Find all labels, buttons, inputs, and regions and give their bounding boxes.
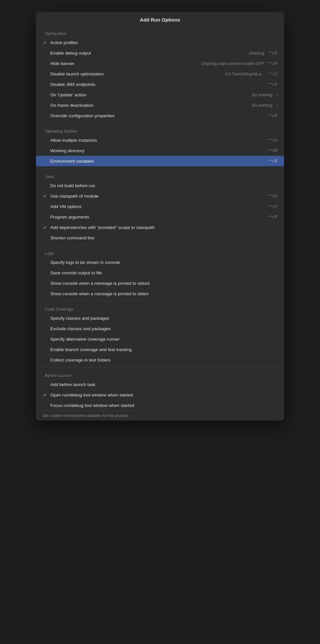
- chevron-right-icon: ›: [272, 103, 278, 107]
- menu-item-collect-coverage-test-folders[interactable]: Collect coverage in test folders: [36, 355, 284, 365]
- section-header-logs: Logs: [36, 247, 284, 257]
- menu-item-label: Do not build before run: [50, 183, 278, 188]
- menu-item-label: Hide banner: [50, 61, 199, 66]
- menu-item-specify-classes-packages[interactable]: Specify classes and packages: [36, 313, 284, 323]
- section-header-spring-boot: Spring Boot: [36, 27, 284, 37]
- section-separator-code-coverage: [36, 301, 284, 301]
- menu-item-label: Specify logs to be shown in console: [50, 260, 278, 265]
- keyboard-shortcut: ^⌥P: [264, 113, 278, 118]
- menu-item-label: Active profiles: [50, 40, 278, 45]
- menu-item-add-dependencies-provided[interactable]: ✓Add dependencies with “provided” scope …: [36, 222, 284, 233]
- section-header-code-coverage: Code Coverage: [36, 303, 284, 313]
- menu-item-label: Collect coverage in test folders: [50, 358, 278, 362]
- menu-item-label: Open run/debug tool window when started: [50, 393, 278, 397]
- menu-item-label: On 'Update' action: [50, 92, 250, 97]
- menu-item-sublabel: Do nothing: [252, 103, 272, 108]
- checkmark-icon: ✓: [43, 393, 47, 397]
- menu-item-focus-run-debug-window[interactable]: Focus run/debug tool window when started: [36, 400, 284, 411]
- menu-item-specify-alt-coverage-runner[interactable]: Specify alternative coverage runner: [36, 334, 284, 344]
- keyboard-shortcut: ^⌥X: [264, 82, 278, 87]
- checkmark-icon: ✓: [43, 194, 47, 199]
- menu-item-sublabel: Do nothing: [252, 92, 272, 97]
- section-header-java: Java: [36, 170, 284, 180]
- menu-item-save-console-output[interactable]: Save console output to file: [36, 267, 284, 278]
- menu-item-show-console-stdout[interactable]: Show console when a message is printed t…: [36, 278, 284, 288]
- section-separator-operating-system: [36, 123, 284, 123]
- keyboard-shortcut: ^⌥O: [264, 194, 278, 198]
- menu-item-sublabel: -Dspring.main.banner-mode=OFF: [200, 61, 264, 66]
- menu-item-disable-jmx-endpoints[interactable]: Disable JMX endpoints^⌥X: [36, 79, 284, 89]
- menu-item-override-configuration-properties[interactable]: Override configuration properties^⌥P: [36, 110, 284, 121]
- menu-item-label: Exclude classes and packages: [50, 326, 278, 331]
- menu-item-hide-banner[interactable]: Hide banner-Dspring.main.banner-mode=OFF…: [36, 58, 284, 69]
- menu-item-label: Allow multiple instances: [50, 138, 264, 143]
- section-separator-java: [36, 168, 284, 169]
- add-run-options-dialog: Add Run Options Spring Boot✓Active profi…: [36, 12, 284, 421]
- section-header-operating-system: Operating System: [36, 125, 284, 135]
- menu-item-label: Disable JMX endpoints: [50, 82, 264, 87]
- menu-item-add-before-launch-task[interactable]: Add before launch task: [36, 379, 284, 390]
- keyboard-shortcut: ^⌥E: [264, 159, 278, 163]
- keyboard-shortcut: ^⌥W: [264, 148, 278, 153]
- menu-item-enable-debug-output[interactable]: Enable debug output-Ddebug^⌥D: [36, 48, 284, 58]
- section-header-before-launch: Before Launch: [36, 369, 284, 379]
- menu-item-on-frame-deactivation[interactable]: On frame deactivationDo nothing›: [36, 100, 284, 110]
- menu-item-label: Specify alternative coverage runner: [50, 337, 278, 342]
- menu-item-sublabel: -Ddebug: [248, 51, 264, 56]
- keyboard-shortcut: ^⌥H: [264, 61, 278, 66]
- menu-item-label: Add VM options: [50, 204, 264, 209]
- keyboard-shortcut: ^⌥D: [264, 51, 278, 55]
- keyboard-shortcut: ^⌥R: [264, 215, 278, 219]
- keyboard-shortcut: ^⌥Z: [265, 72, 278, 76]
- menu-item-do-not-build-before-run[interactable]: Do not build before run: [36, 180, 284, 191]
- menu-item-sublabel: -XX:TieredStopAtLe...: [224, 72, 265, 76]
- checkmark-icon: ✓: [43, 40, 47, 45]
- menu-item-label: Use classpath of module: [50, 194, 264, 199]
- menu-item-allow-multiple-instances[interactable]: Allow multiple instances^⌥U: [36, 135, 284, 145]
- checkmark-icon: ✓: [43, 225, 47, 230]
- menu-item-label: Add dependencies with “provided” scope t…: [50, 225, 278, 230]
- dialog-title: Add Run Options: [36, 12, 284, 27]
- menu-item-working-directory[interactable]: Working directory^⌥W: [36, 145, 284, 156]
- menu-item-label: Show console when a message is printed t…: [50, 281, 278, 286]
- menu-item-shorten-command-line[interactable]: Shorten command line: [36, 233, 284, 243]
- menu-item-add-vm-options[interactable]: Add VM options^⌥V: [36, 201, 284, 212]
- menu-item-exclude-classes-packages[interactable]: Exclude classes and packages: [36, 323, 284, 334]
- menu-item-use-classpath-of-module[interactable]: ✓Use classpath of module^⌥O: [36, 191, 284, 201]
- menu-item-label: Working directory: [50, 148, 264, 153]
- menu-item-program-arguments[interactable]: Program arguments^⌥R: [36, 212, 284, 222]
- menu-item-label: On frame deactivation: [50, 103, 250, 108]
- menu-item-active-profiles[interactable]: ✓Active profiles: [36, 37, 284, 48]
- menu-item-on-update-action[interactable]: On 'Update' actionDo nothing›: [36, 89, 284, 100]
- menu-item-label: Focus run/debug tool window when started: [50, 403, 278, 408]
- menu-item-label: Enable branch coverage and test tracking: [50, 347, 278, 352]
- menu-item-specify-logs-console[interactable]: Specify logs to be shown in console: [36, 257, 284, 267]
- chevron-right-icon: ›: [272, 92, 278, 97]
- menu-item-enable-branch-coverage[interactable]: Enable branch coverage and test tracking: [36, 344, 284, 355]
- menu-item-label: Enable debug output: [50, 51, 246, 56]
- menu-item-show-console-stderr[interactable]: Show console when a message is printed t…: [36, 288, 284, 299]
- menu-item-label: Override configuration properties: [50, 113, 264, 118]
- menu-item-label: Save console output to file: [50, 270, 278, 275]
- menu-item-label: Show console when a message is printed t…: [50, 291, 278, 296]
- menu-item-open-run-debug-window[interactable]: ✓Open run/debug tool window when started: [36, 390, 284, 400]
- menu-item-label: Specify classes and packages: [50, 316, 278, 321]
- menu-item-label: Add before launch task: [50, 382, 278, 387]
- options-list: Spring Boot✓Active profilesEnable debug …: [36, 27, 284, 411]
- section-separator-logs: [36, 245, 284, 245]
- menu-item-environment-variables[interactable]: Environment variables^⌥E: [36, 156, 284, 166]
- menu-item-label: Disable launch optimization: [50, 72, 222, 76]
- keyboard-shortcut: ^⌥V: [264, 204, 278, 209]
- menu-item-label: Environment variables: [50, 159, 264, 164]
- menu-item-label: Shorten command line: [50, 235, 278, 240]
- status-bar: Set custom environment variables for the…: [36, 411, 284, 421]
- menu-item-disable-launch-optimization[interactable]: Disable launch optimization-XX:TieredSto…: [36, 69, 284, 79]
- keyboard-shortcut: ^⌥U: [264, 138, 278, 142]
- section-separator-before-launch: [36, 367, 284, 367]
- menu-item-label: Program arguments: [50, 215, 264, 219]
